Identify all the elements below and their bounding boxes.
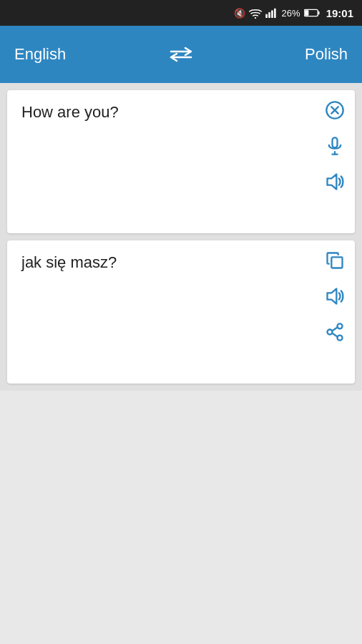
source-text[interactable]: How are you? (21, 100, 119, 121)
status-icons: 🔇 26% 19:01 (234, 7, 353, 19)
share-button[interactable] (323, 321, 346, 343)
translation-card: jak się masz? (7, 240, 355, 384)
microphone-button[interactable] (323, 135, 346, 157)
svg-line-21 (333, 333, 338, 337)
svg-rect-7 (305, 10, 309, 15)
speaker-icon-2 (325, 286, 345, 306)
microphone-icon (325, 136, 345, 156)
copy-button[interactable] (323, 249, 346, 272)
signal-icon (265, 8, 278, 18)
svg-point-19 (338, 336, 343, 341)
svg-point-17 (338, 323, 343, 328)
swap-icon (168, 46, 194, 63)
copy-icon (325, 250, 345, 270)
source-language-label[interactable]: English (14, 45, 163, 64)
svg-point-18 (328, 330, 333, 335)
target-language-label[interactable]: Polish (199, 45, 348, 64)
main-content: How are you? (0, 83, 362, 391)
language-toolbar: English Polish (0, 26, 362, 83)
swap-button[interactable] (163, 46, 199, 63)
source-card: How are you? (7, 90, 355, 233)
translation-speaker-button[interactable] (323, 285, 346, 308)
svg-rect-11 (333, 137, 338, 147)
battery-icon (304, 9, 320, 17)
status-bar: 🔇 26% 19:01 (0, 0, 362, 26)
svg-marker-14 (328, 175, 337, 190)
speaker-icon (325, 172, 345, 192)
mute-icon: 🔇 (234, 8, 245, 19)
svg-rect-1 (265, 14, 268, 18)
svg-rect-3 (271, 11, 273, 19)
translated-text: jak się masz? (21, 250, 117, 271)
battery-level: 26% (282, 8, 300, 19)
clear-button[interactable] (323, 99, 346, 122)
svg-marker-16 (328, 289, 337, 304)
svg-rect-2 (268, 12, 270, 18)
source-actions (323, 99, 346, 193)
source-speaker-button[interactable] (323, 170, 346, 193)
share-icon (325, 322, 345, 342)
translation-actions (323, 249, 346, 343)
svg-point-0 (254, 16, 255, 18)
svg-rect-15 (331, 257, 342, 268)
svg-line-20 (333, 328, 338, 331)
svg-rect-4 (274, 9, 276, 18)
time: 19:01 (326, 7, 353, 19)
wifi-icon (249, 9, 262, 19)
close-icon (325, 100, 345, 120)
svg-rect-6 (318, 11, 319, 15)
